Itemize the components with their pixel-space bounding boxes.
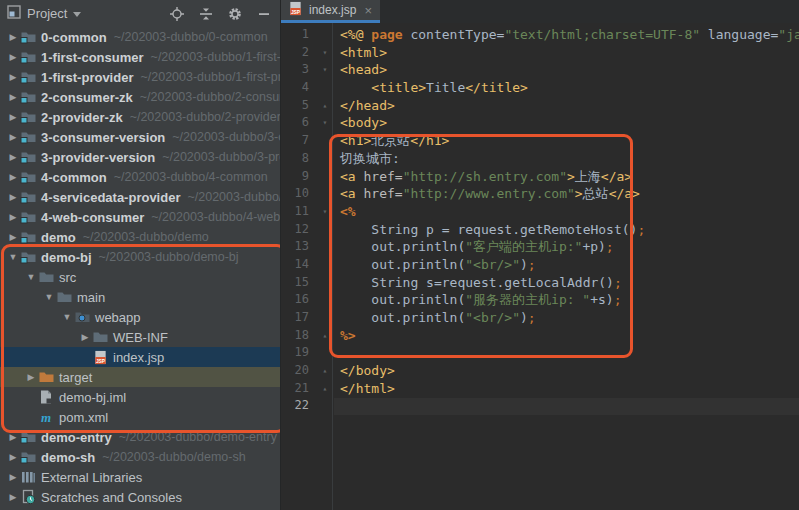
tree-item-0-common[interactable]: ▶0-common~/202003-dubbo/0-common — [0, 27, 281, 47]
collapsed-arrow-icon[interactable]: ▶ — [6, 47, 20, 67]
code-line-22 — [340, 397, 799, 415]
fold-region-start-icon[interactable]: ▾ — [318, 61, 332, 79]
line-number: 9 — [281, 168, 309, 186]
collapsed-arrow-icon[interactable]: ▶ — [6, 87, 20, 107]
line-number: 22 — [281, 397, 309, 415]
tree-item-3-provider-version[interactable]: ▶3-provider-version~/202003-dubbo/3-prov… — [0, 147, 281, 167]
collapsed-arrow-icon[interactable]: ▶ — [6, 207, 20, 227]
collapsed-arrow-icon[interactable]: ▶ — [6, 467, 20, 487]
tree-item-3-consumer-version[interactable]: ▶3-consumer-version~/202003-dubbo/3-cons… — [0, 127, 281, 147]
collapsed-arrow-icon[interactable]: ▶ — [6, 187, 20, 207]
tree-item-pom-xml[interactable]: mpom.xml — [0, 407, 281, 427]
folder-icon — [56, 289, 72, 305]
tree-item-2-consumer-zk[interactable]: ▶2-consumer-zk~/202003-dubbo/2-consumer-… — [0, 87, 281, 107]
tree-item-target[interactable]: ▶target — [0, 367, 281, 387]
line-number: 10 — [281, 185, 309, 203]
tree-item-1-first-consumer[interactable]: ▶1-first-consumer~/202003-dubbo/1-first-… — [0, 47, 281, 67]
tab-index-jsp[interactable]: JSP index.jsp × — [281, 0, 380, 23]
tool-window-icon — [7, 5, 21, 22]
collapsed-arrow-icon[interactable]: ▶ — [78, 327, 92, 347]
module-icon — [20, 89, 36, 105]
collapsed-arrow-icon[interactable]: ▶ — [6, 147, 20, 167]
tree-item-path: ~/202003-dubbo/4-common — [114, 170, 268, 184]
line-number: 1 — [281, 26, 309, 44]
tree-item-demo[interactable]: ▶demo~/202003-dubbo/demo — [0, 227, 281, 247]
collapsed-arrow-icon[interactable]: ▶ — [6, 427, 20, 447]
code-line-3: <head> — [340, 61, 799, 79]
hide-panel-icon[interactable] — [256, 6, 272, 22]
collapsed-arrow-icon[interactable]: ▶ — [6, 167, 20, 187]
line-number: 5▴ — [281, 97, 309, 115]
tree-item-4-servicedata-provider[interactable]: ▶4-servicedata-provider~/202003-dubbo/4-… — [0, 187, 281, 207]
module-icon — [20, 209, 36, 225]
code-line-11: <% — [340, 203, 799, 221]
tree-item-main[interactable]: ▼main — [0, 287, 281, 307]
tree-item-webapp[interactable]: ▼webapp — [0, 307, 281, 327]
project-view-selector[interactable]: Project — [7, 5, 81, 22]
tree-item-path: ~/202003-dubbo/demo-entry — [119, 430, 277, 444]
tree-item-external-libraries[interactable]: ▶External Libraries — [0, 467, 281, 487]
code-line-5: </head> — [340, 97, 799, 115]
module-icon — [20, 249, 36, 265]
line-number: 18▴ — [281, 327, 309, 345]
tree-item-scratches-and-consoles[interactable]: ▶Scratches and Consoles — [0, 487, 281, 507]
jsp-file-icon: JSP — [288, 1, 303, 19]
fold-region-start-icon[interactable]: ▾ — [318, 44, 332, 62]
tree-item-path: ~/202003-dubbo/1-first-provider — [140, 70, 281, 84]
expanded-arrow-icon[interactable]: ▼ — [24, 267, 38, 287]
code-editor[interactable]: <%@ page contentType="text/html;charset=… — [334, 23, 799, 510]
tree-item-demo-bj-iml[interactable]: demo-bj.iml — [0, 387, 281, 407]
expanded-arrow-icon[interactable]: ▼ — [42, 287, 56, 307]
target-folder-icon — [38, 369, 54, 385]
tree-item-demo-entry[interactable]: ▶demo-entry~/202003-dubbo/demo-entry — [0, 427, 281, 447]
collapsed-arrow-icon[interactable]: ▶ — [24, 367, 38, 387]
fold-region-start-icon[interactable]: ▾ — [318, 114, 332, 132]
code-line-7: <h1>北京站</h1> — [340, 132, 799, 150]
collapsed-arrow-icon[interactable]: ▶ — [6, 447, 20, 467]
project-tool-window: Project ▶0-common~/202003-dubbo/0-common… — [0, 0, 281, 510]
tree-item-4-common[interactable]: ▶4-common~/202003-dubbo/4-common — [0, 167, 281, 187]
tree-item-path: ~/202003-dubbo/3-provider-version — [162, 150, 281, 164]
fold-region-end-icon[interactable]: ▴ — [318, 327, 332, 345]
collapsed-arrow-icon[interactable]: ▶ — [6, 27, 20, 47]
tree-item-4-web-consumer[interactable]: ▶4-web-consumer~/202003-dubbo/4-web-cons… — [0, 207, 281, 227]
tree-item-path: ~/202003-dubbo/4-servicedata-provider — [187, 190, 281, 204]
collapsed-arrow-icon[interactable]: ▶ — [6, 67, 20, 87]
tree-item-demo-sh[interactable]: ▶demo-sh~/202003-dubbo/demo-sh — [0, 447, 281, 467]
tree-item-1-first-provider[interactable]: ▶1-first-provider~/202003-dubbo/1-first-… — [0, 67, 281, 87]
fold-region-end-icon[interactable]: ▴ — [318, 380, 332, 398]
expanded-arrow-icon[interactable]: ▼ — [60, 307, 74, 327]
tree-item-index-jsp[interactable]: JSPindex.jsp — [0, 347, 281, 367]
tree-item-demo-bj[interactable]: ▼demo-bj~/202003-dubbo/demo-bj — [0, 247, 281, 267]
collapse-all-icon[interactable] — [198, 6, 214, 22]
line-number: 4 — [281, 79, 309, 97]
code-line-1: <%@ page contentType="text/html;charset=… — [340, 26, 799, 44]
tree-item-2-provider-zk[interactable]: ▶2-provider-zk~/202003-dubbo/2-provider-… — [0, 107, 281, 127]
tree-item-web-inf[interactable]: ▶WEB-INF — [0, 327, 281, 347]
collapsed-arrow-icon[interactable]: ▶ — [6, 227, 20, 247]
close-tab-icon[interactable]: × — [364, 4, 372, 17]
line-number: 7 — [281, 132, 309, 150]
tree-item-path: ~/202003-dubbo/2-consumer-zk — [140, 90, 281, 104]
svg-text:JSP: JSP — [95, 358, 105, 363]
locate-icon[interactable] — [169, 6, 185, 22]
tree-item-label: 0-common — [41, 30, 107, 45]
code-line-8: 切换城市: — [340, 150, 799, 168]
module-icon — [20, 149, 36, 165]
expanded-arrow-icon[interactable]: ▼ — [6, 247, 20, 267]
settings-gear-icon[interactable] — [227, 6, 243, 22]
tree-item-label: Scratches and Consoles — [41, 490, 182, 505]
code-line-13: out.println("客户端的主机ip:"+p); — [340, 238, 799, 256]
module-icon — [20, 189, 36, 205]
code-line-12: String p = request.getRemoteHost(); — [340, 221, 799, 239]
iml-icon — [38, 389, 54, 405]
collapsed-arrow-icon[interactable]: ▶ — [6, 487, 20, 507]
collapsed-arrow-icon[interactable]: ▶ — [6, 127, 20, 147]
fold-region-start-icon[interactable]: ▾ — [318, 203, 332, 221]
tree-item-label: WEB-INF — [113, 330, 168, 345]
collapsed-arrow-icon[interactable]: ▶ — [6, 107, 20, 127]
tree-item-label: 2-provider-zk — [41, 110, 123, 125]
tree-item-src[interactable]: ▼src — [0, 267, 281, 287]
fold-region-end-icon[interactable]: ▴ — [318, 362, 332, 380]
fold-region-end-icon[interactable]: ▴ — [318, 97, 332, 115]
